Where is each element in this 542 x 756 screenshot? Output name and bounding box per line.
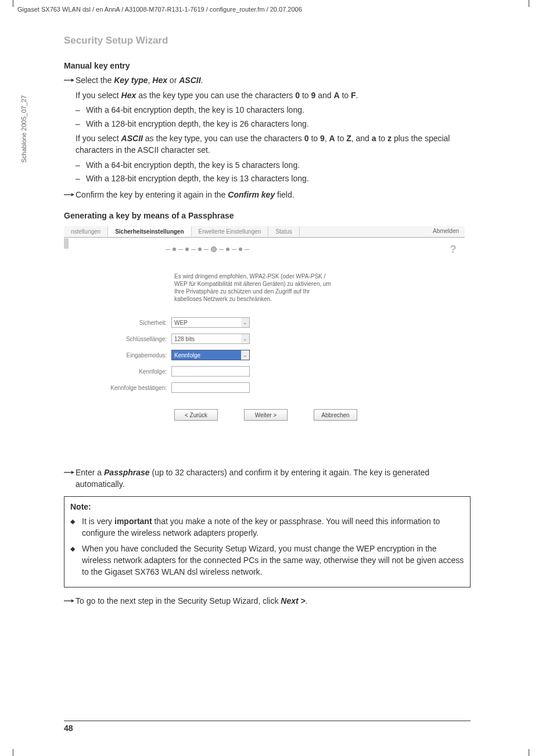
select-keytype-text: Select the Key type, Hex or ASCII. — [76, 75, 471, 87]
note-2: When you have concluded the Security Set… — [82, 543, 464, 578]
inputmode-select[interactable]: Kennfolge⌄ — [171, 350, 250, 360]
ascii-128bit: With a 128-bit encryption depth, the key… — [86, 173, 309, 185]
svg-marker-5 — [71, 471, 74, 474]
manual-key-heading: Manual key entry — [64, 61, 471, 70]
template-version: Schablone 2005_07_27 — [20, 95, 27, 163]
text: If you select — [76, 91, 121, 100]
text: A — [333, 91, 339, 100]
text: . — [201, 76, 203, 85]
enter-passphrase-text: Enter a Passphrase (up to 32 characters)… — [76, 467, 471, 490]
keylength-select[interactable]: 128 bits⌄ — [171, 334, 250, 344]
text: Hex — [121, 91, 137, 100]
tab-security[interactable]: Sicherheitseinstellungen — [108, 227, 191, 237]
text: to — [300, 91, 311, 100]
text: 0 — [295, 91, 300, 100]
hex-64bit: With a 64-bit encryption depth, the key … — [86, 105, 304, 116]
page-number: 48 — [64, 721, 471, 733]
back-button[interactable]: < Zurück — [174, 409, 218, 421]
security-description: Es wird dringend empfohlen, WPA2-PSK (od… — [174, 273, 331, 303]
arrow-icon — [64, 189, 76, 201]
passphrase-input[interactable] — [171, 366, 250, 377]
wizard-stepper — [166, 246, 249, 252]
text: It is very — [82, 517, 114, 526]
text: or — [167, 76, 179, 85]
ascii-intro: If you select ASCII as the key type, you… — [76, 133, 471, 156]
text: F — [351, 91, 356, 100]
passphrase-confirm-label: Kennfolge bestätigen: — [93, 385, 171, 391]
note-box: Note: ◆ It is very important that you ma… — [64, 496, 471, 588]
select-value: Kennfolge — [174, 352, 200, 359]
confirm-key-text: Confirm the key by entering it again in … — [76, 189, 471, 201]
dash: – — [76, 119, 86, 130]
passphrase-confirm-input[interactable] — [171, 382, 250, 393]
chevron-down-icon: ⌄ — [241, 350, 249, 360]
dash: – — [76, 105, 86, 116]
text: 0 — [304, 134, 309, 143]
security-label: Sicherheit: — [93, 320, 171, 326]
crop-mark — [13, 749, 13, 756]
text: Hex — [152, 76, 167, 85]
text: as the key type, you can use the charact… — [143, 134, 304, 143]
header-path: Gigaset SX763 WLAN dsl / en AnnA / A3100… — [17, 6, 302, 13]
svg-marker-3 — [71, 193, 74, 196]
text: . — [356, 91, 358, 100]
text: Confirm key — [228, 190, 275, 199]
dash: – — [76, 160, 86, 171]
tab-basic[interactable]: nstellungen — [64, 227, 108, 237]
select-value: WEP — [174, 320, 188, 326]
crop-mark — [13, 0, 13, 7]
text: a — [372, 134, 376, 143]
chevron-down-icon: ⌄ — [241, 318, 249, 327]
crop-mark — [529, 749, 529, 756]
section-title: Security Setup Wizard — [64, 35, 471, 46]
text: Passphrase — [104, 468, 150, 477]
next-button[interactable]: Weiter > — [244, 409, 288, 421]
tab-status[interactable]: Status — [268, 227, 299, 237]
passphrase-label: Kennfolge: — [93, 368, 171, 375]
diamond-icon: ◆ — [70, 516, 82, 539]
security-select[interactable]: WEP⌄ — [171, 317, 250, 328]
text: 9 — [320, 134, 325, 143]
diamond-icon: ◆ — [70, 543, 82, 578]
text: If you select — [76, 134, 121, 143]
text: Key type — [114, 76, 148, 85]
text: to — [335, 134, 346, 143]
text: To go to the next step in the Security S… — [76, 596, 281, 605]
chevron-down-icon: ⌄ — [241, 334, 249, 343]
next-step-text: To go to the next step in the Security S… — [76, 596, 471, 607]
arrow-icon — [64, 467, 76, 479]
text: to — [376, 134, 387, 143]
text: and — [315, 91, 333, 100]
text: , and — [351, 134, 372, 143]
svg-marker-7 — [71, 599, 74, 602]
text: z — [387, 134, 392, 143]
ascii-64bit: With a 64-bit encryption depth, the key … — [86, 160, 300, 171]
text: Next > — [281, 596, 305, 605]
inputmode-label: Eingabemodus: — [93, 352, 171, 359]
arrow-icon — [64, 75, 76, 87]
arrow-icon — [64, 596, 76, 607]
text: . — [306, 596, 308, 605]
text: Z — [346, 134, 351, 143]
text: to — [340, 91, 351, 100]
note-1: It is very important that you make a not… — [82, 516, 464, 539]
help-icon[interactable]: ? — [447, 243, 459, 255]
text: A — [329, 134, 335, 143]
text: ASCII — [179, 76, 200, 85]
note-title: Note: — [70, 501, 464, 513]
text: ASCII — [121, 134, 143, 143]
crop-mark — [529, 0, 529, 7]
text: , — [325, 134, 329, 143]
keylength-label: Schlüssellänge: — [93, 336, 171, 342]
cancel-button[interactable]: Abbrechen — [314, 409, 357, 421]
logout-link[interactable]: Abmelden — [433, 228, 459, 234]
hex-intro: If you select Hex as the key type you ca… — [76, 90, 471, 102]
dash: – — [76, 173, 86, 185]
tab-advanced[interactable]: Erweiterte Einstellungen — [192, 227, 269, 237]
passphrase-heading: Generating a key by means of a Passphras… — [64, 211, 471, 220]
hex-128bit: With a 128-bit encryption depth, the key… — [86, 119, 309, 130]
text: Confirm the key by entering it again in … — [76, 190, 228, 199]
text: Select the — [76, 76, 114, 85]
text: Enter a — [76, 468, 104, 477]
select-value: 128 bits — [174, 336, 195, 342]
